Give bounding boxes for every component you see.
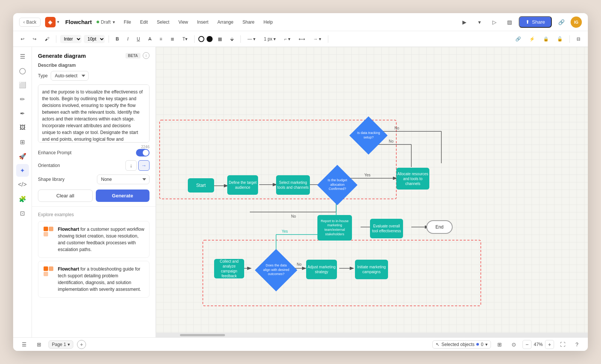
sidebar-shapes-icon[interactable]: ◯ bbox=[16, 64, 29, 77]
page-selector[interactable]: Page 1 ▾ bbox=[48, 340, 73, 349]
menu-help[interactable]: Help bbox=[262, 19, 274, 26]
canvas[interactable]: Yes No No No Yes bbox=[156, 47, 588, 337]
fit-screen-icon[interactable]: ⛶ bbox=[557, 339, 568, 350]
node-define[interactable]: Define the target audience bbox=[227, 175, 258, 195]
text-more-button[interactable]: T▾ bbox=[180, 35, 190, 43]
sidebar-ai-icon[interactable]: ✦ bbox=[16, 164, 29, 177]
back-button[interactable]: ‹ Back bbox=[19, 18, 41, 27]
orientation-horizontal-button[interactable]: → bbox=[138, 160, 149, 171]
node-adjust[interactable]: Adjust marketing strategy bbox=[306, 260, 337, 279]
video-icon[interactable]: ▨ bbox=[504, 17, 515, 28]
share-button[interactable]: ⬆ Share bbox=[519, 16, 552, 28]
sidebar-rocket-icon[interactable]: 🚀 bbox=[16, 150, 29, 162]
stroke-style-button[interactable]: — ▾ bbox=[245, 35, 258, 43]
type-select[interactable]: Auto-select Flowchart Sequence bbox=[51, 71, 89, 81]
layers-icon[interactable]: ⊞ bbox=[494, 339, 505, 350]
unlock-button[interactable]: 🔓 bbox=[554, 35, 566, 43]
underline-button[interactable]: U bbox=[134, 35, 143, 43]
align-center-button[interactable]: ≣ bbox=[168, 35, 177, 43]
sidebar-pen-icon[interactable]: ✏ bbox=[16, 93, 29, 105]
node-select[interactable]: Select marketing tools and channels bbox=[276, 175, 310, 195]
menu-insert[interactable]: Insert bbox=[196, 19, 210, 26]
shadow-button[interactable]: ⬙ bbox=[227, 35, 237, 43]
sidebar-frames-icon[interactable]: ⬜ bbox=[16, 78, 29, 91]
orientation-vertical-button[interactable]: ↓ bbox=[125, 160, 137, 171]
sidebar-image-icon[interactable]: 🖼 bbox=[16, 121, 29, 134]
font-size-select[interactable]: 10pt bbox=[84, 35, 105, 43]
list-view-icon[interactable]: ☰ bbox=[18, 339, 30, 350]
menu-edit[interactable]: Edit bbox=[139, 19, 149, 26]
orientation-buttons: ↓ → bbox=[125, 160, 149, 171]
italic-button[interactable]: I bbox=[124, 35, 131, 43]
generate-button[interactable]: Generate bbox=[96, 190, 150, 202]
shape-library-select[interactable]: None Basic Flowchart bbox=[97, 174, 149, 184]
sidebar-puzzle-icon[interactable]: 🧩 bbox=[16, 193, 29, 205]
menu-share[interactable]: Share bbox=[241, 19, 256, 26]
app-logo-dropdown[interactable]: ◈ ▾ bbox=[45, 17, 59, 27]
sidebar-pencil-icon[interactable]: ✒ bbox=[16, 107, 29, 120]
document-status[interactable]: Draft ▾ bbox=[97, 20, 115, 25]
svg-text:Yes: Yes bbox=[282, 229, 288, 233]
strikethrough-button[interactable]: A̶ bbox=[145, 35, 154, 43]
clear-all-button[interactable]: Clear all bbox=[38, 190, 93, 202]
redo-button[interactable]: ↪ bbox=[30, 35, 39, 43]
horizontal-scrollbar[interactable] bbox=[156, 333, 588, 337]
sidebar-pages-icon[interactable]: ☰ bbox=[16, 50, 29, 63]
font-family-select[interactable]: Inter bbox=[60, 35, 82, 43]
fill-none-icon[interactable] bbox=[198, 36, 204, 42]
sidebar-components-icon[interactable]: ⊞ bbox=[16, 135, 29, 148]
selected-objects-button[interactable]: ↖ Selected objects 0 ▾ bbox=[432, 340, 491, 349]
node-collect[interactable]: Collect and analyze campaign feedback bbox=[214, 259, 244, 278]
lock-button[interactable]: 🔒 bbox=[540, 35, 552, 43]
zoom-in-button[interactable]: + bbox=[545, 340, 554, 349]
add-page-button[interactable]: + bbox=[77, 340, 86, 349]
bold-button[interactable]: B bbox=[113, 35, 122, 43]
node-report[interactable]: Report to in-house marketing team/extern… bbox=[317, 215, 352, 241]
menu-view[interactable]: View bbox=[177, 19, 190, 26]
zoom-out-button[interactable]: − bbox=[522, 340, 532, 349]
example-card-2[interactable]: Flowchart for a troubleshooting guide fo… bbox=[38, 261, 149, 298]
link-icon[interactable]: 🔗 bbox=[556, 17, 567, 28]
stroke-size-button[interactable]: 1 px ▾ bbox=[261, 35, 279, 43]
sidebar-code-icon[interactable]: </> bbox=[16, 178, 29, 191]
help-icon[interactable]: ? bbox=[571, 339, 583, 350]
menu-arrange[interactable]: Arrange bbox=[216, 19, 235, 26]
paint-format-button[interactable]: 🖌 bbox=[42, 35, 52, 43]
node-evaluate[interactable]: Evaluate overall tool effectiveness bbox=[370, 219, 403, 238]
link-button[interactable]: 🔗 bbox=[512, 35, 524, 43]
node-end[interactable]: End bbox=[426, 220, 453, 234]
separator-2 bbox=[109, 35, 109, 43]
align-left-button[interactable]: ≡ bbox=[157, 35, 165, 43]
corner-style-button[interactable]: ⌐ ▾ bbox=[281, 35, 293, 43]
info-icon[interactable]: i bbox=[143, 52, 149, 59]
enhance-toggle[interactable] bbox=[136, 149, 149, 156]
accessibility-icon[interactable]: ⊙ bbox=[508, 339, 519, 350]
example-card-1[interactable]: Flowchart for a customer support workflo… bbox=[38, 221, 149, 258]
sidebar-toggle-button[interactable]: ⊟ bbox=[574, 35, 583, 43]
present-icon[interactable]: ▶ bbox=[459, 17, 470, 28]
menu-file[interactable]: File bbox=[122, 19, 133, 26]
node-allocate[interactable]: Allocate resources and tools to channels bbox=[396, 168, 429, 190]
node-tracking[interactable]: Is data tracking setup? bbox=[349, 116, 388, 155]
fill-solid-icon[interactable] bbox=[207, 36, 213, 42]
connection-style-button[interactable]: ⟷ bbox=[296, 35, 308, 43]
node-start[interactable]: Start bbox=[188, 178, 214, 193]
chevron-down-icon[interactable]: ▾ bbox=[474, 17, 485, 28]
undo-button[interactable]: ↩ bbox=[18, 35, 27, 43]
arrow-end-button[interactable]: → ▾ bbox=[310, 35, 324, 43]
menu-select[interactable]: Select bbox=[156, 19, 171, 26]
lightning-button[interactable]: ⚡ bbox=[526, 35, 538, 43]
fill-box-button[interactable]: ▦ bbox=[215, 35, 225, 43]
sidebar-grid-icon[interactable]: ⊡ bbox=[16, 207, 29, 220]
node-initiate[interactable]: Initiate marketing campaigns bbox=[355, 260, 388, 279]
selected-objects-label: Selected objects bbox=[441, 342, 474, 347]
avatar[interactable]: IG bbox=[571, 17, 582, 28]
play-icon[interactable]: ▷ bbox=[489, 17, 500, 28]
titlebar: ‹ Back ◈ ▾ Flowchart Draft ▾ File Edit S… bbox=[13, 13, 588, 31]
zoom-level[interactable]: 47% bbox=[534, 342, 543, 347]
node-align[interactable]: Does the data align with desired outcome… bbox=[255, 249, 297, 291]
document-title[interactable]: Flowchart bbox=[65, 19, 92, 25]
node-budget[interactable]: Is the budget allocation Confirmed? bbox=[317, 165, 357, 205]
grid-view-icon[interactable]: ⊞ bbox=[33, 339, 45, 350]
prompt-textarea[interactable]: and the purpose is to visualize the effe… bbox=[38, 84, 149, 143]
